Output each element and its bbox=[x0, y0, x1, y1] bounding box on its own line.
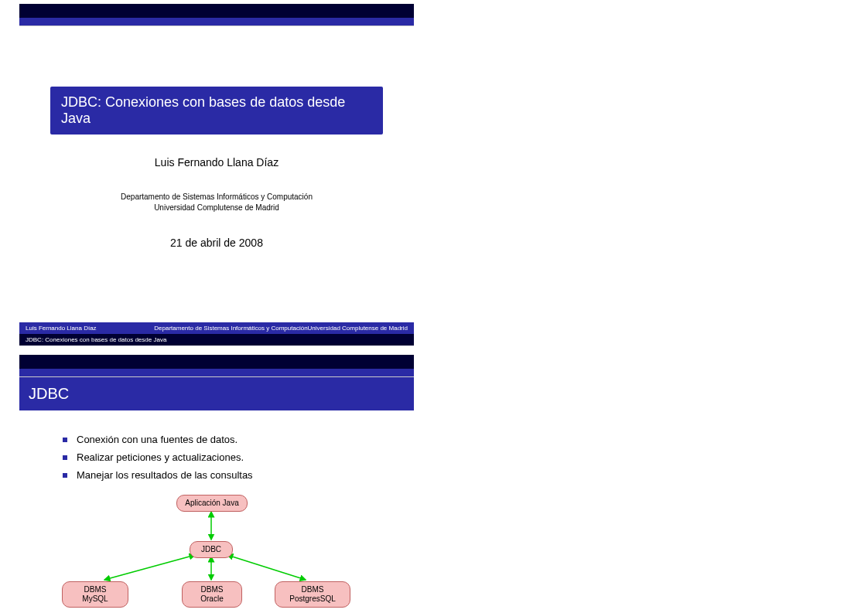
slide-title: JDBC: Conexiones con bases de datos desd… bbox=[19, 4, 414, 346]
node-jdbc: JDBC bbox=[190, 541, 233, 558]
top-bar-blue bbox=[19, 18, 414, 26]
node-app: Aplicación Java bbox=[176, 495, 248, 512]
node-mysql-l2: MySQL bbox=[82, 594, 108, 603]
svg-line-3 bbox=[227, 555, 306, 580]
top-bar-dark bbox=[19, 355, 414, 369]
svg-line-1 bbox=[104, 555, 195, 580]
architecture-diagram: Aplicación Java JDBC DBMS MySQL DBMS Ora… bbox=[62, 495, 371, 613]
node-mysql: DBMS MySQL bbox=[62, 581, 128, 608]
slide-jdbc: JDBC Conexión con una fuentes de datos. … bbox=[19, 355, 414, 613]
node-oracle-l2: Oracle bbox=[200, 594, 223, 603]
top-bar-dark bbox=[19, 4, 414, 18]
footer-row-title: JDBC: Conexiones con bases de datos desd… bbox=[19, 334, 414, 346]
slide-heading: JDBC bbox=[19, 377, 414, 410]
bullet-item: Conexión con una fuentes de datos. bbox=[63, 434, 414, 445]
author: Luis Fernando Llana Díaz bbox=[19, 156, 414, 169]
node-pg: DBMS PostgresSQL bbox=[275, 581, 350, 608]
bullet-item: Manejar los resultados de las consultas bbox=[63, 469, 414, 481]
bullet-item: Realizar peticiones y actualizaciones. bbox=[63, 451, 414, 463]
node-oracle-l1: DBMS bbox=[201, 585, 224, 594]
bullet-list: Conexión con una fuentes de datos. Reali… bbox=[63, 434, 414, 481]
node-oracle: DBMS Oracle bbox=[182, 581, 242, 608]
footer-row-author: Luis Fernando Llana Díaz Departamento de… bbox=[19, 322, 414, 334]
dept-line2: Universidad Complutense de Madrid bbox=[154, 203, 279, 212]
node-pg-l2: PostgresSQL bbox=[289, 594, 335, 603]
department: Departamento de Sistemas Informáticos y … bbox=[19, 192, 414, 213]
presentation-title: JDBC: Conexiones con bases de datos desd… bbox=[50, 87, 383, 135]
footer-author: Luis Fernando Llana Díaz bbox=[26, 325, 97, 332]
slide-footer: Luis Fernando Llana Díaz Departamento de… bbox=[19, 322, 414, 346]
dept-line1: Departamento de Sistemas Informáticos y … bbox=[121, 192, 313, 201]
footer-dept: Departamento de Sistemas Informáticos y … bbox=[135, 325, 408, 332]
top-bar-blue bbox=[19, 369, 414, 377]
date: 21 de abril de 2008 bbox=[19, 237, 414, 249]
node-mysql-l1: DBMS bbox=[84, 585, 107, 594]
node-pg-l1: DBMS bbox=[302, 585, 324, 594]
